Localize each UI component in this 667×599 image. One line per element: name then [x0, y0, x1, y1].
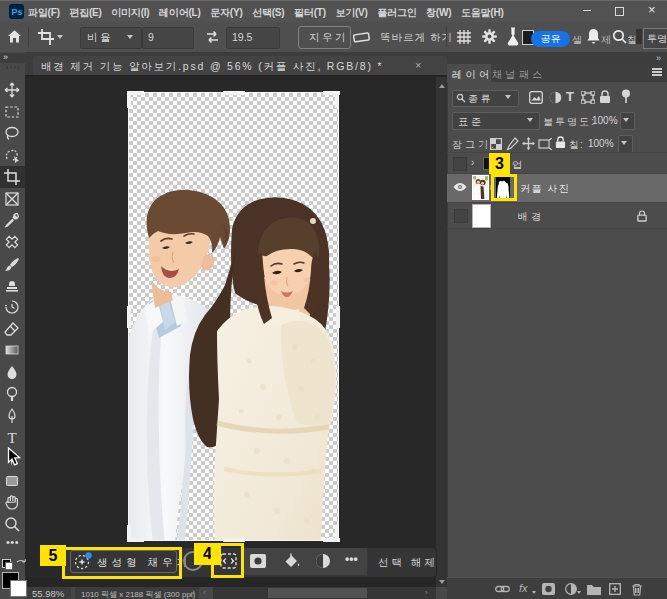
svg-text:T: T — [8, 430, 17, 446]
